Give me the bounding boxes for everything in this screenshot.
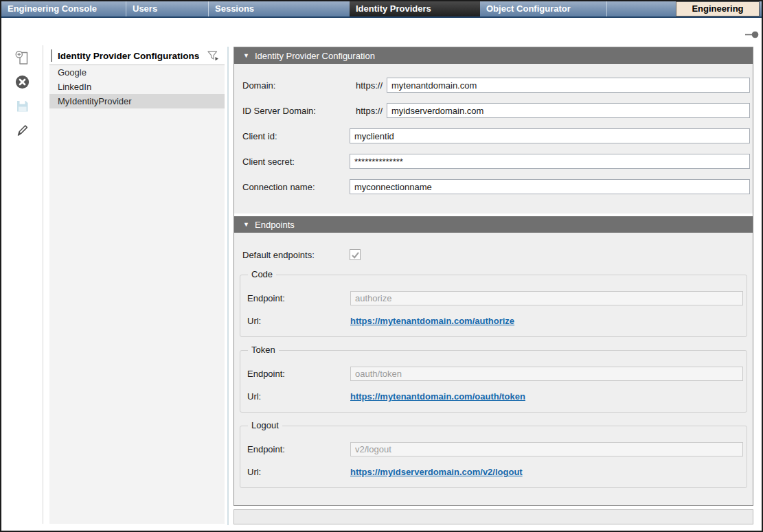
- collapse-triangle-icon[interactable]: ▼: [243, 221, 253, 228]
- toolbar-divider: [43, 45, 43, 524]
- code-endpoint-group: Code Endpoint: Url: https://mytenantdoma…: [240, 275, 747, 337]
- id-server-domain-row: ID Server Domain: https://: [242, 103, 750, 118]
- application-window: Engineering Console Users Sessions Ident…: [0, 0, 763, 532]
- domain-input[interactable]: [387, 78, 750, 93]
- save-floppy-icon: [14, 98, 30, 114]
- url-label: Url:: [247, 316, 350, 326]
- add-document-icon: [14, 50, 30, 66]
- filter-funnel-icon: [207, 50, 220, 62]
- url-label: Url:: [247, 467, 350, 477]
- tab-engineering[interactable]: Engineering: [676, 1, 760, 16]
- endpoint-label: Endpoint:: [247, 369, 350, 379]
- list-panel-header: Identity Provider Configurations: [49, 47, 225, 65]
- token-endpoint-row: Endpoint:: [247, 367, 743, 381]
- endpoint-label: Endpoint:: [247, 444, 350, 454]
- filter-button[interactable]: [207, 50, 220, 62]
- client-secret-row: Client secret:: [242, 154, 750, 169]
- code-url-link[interactable]: https://mytenantdomain.com/authorize: [350, 316, 514, 326]
- token-endpoint-group: Token Endpoint: Url: https://mytenantdom…: [240, 350, 747, 413]
- identity-provider-configuration-section-header[interactable]: ▼ Identity Provider Configuration: [234, 47, 753, 64]
- token-url-link[interactable]: https://mytenantdomain.com/oauth/token: [350, 391, 525, 402]
- domain-https-prefix: https://: [350, 80, 387, 91]
- configuration-form: Domain: https:// ID Server Domain: https…: [234, 64, 753, 213]
- logout-group-legend: Logout: [248, 420, 282, 430]
- client-id-row: Client id:: [242, 128, 750, 143]
- section-title: Identity Provider Configuration: [255, 51, 375, 61]
- token-group-legend: Token: [248, 345, 279, 355]
- endpoints-section-header[interactable]: ▼ Endpoints: [234, 216, 753, 233]
- tab-users[interactable]: Users: [126, 1, 208, 16]
- connection-name-label: Connection name:: [242, 182, 350, 192]
- code-endpoint-input: [350, 291, 743, 305]
- delete-configuration-button[interactable]: [14, 74, 30, 90]
- domain-label: Domain:: [242, 80, 350, 91]
- list-item-google[interactable]: Google: [49, 65, 225, 80]
- logout-endpoint-input: [350, 442, 743, 456]
- connection-name-input[interactable]: [350, 179, 750, 194]
- id-server-https-prefix: https://: [350, 106, 387, 116]
- section-title: Endpoints: [255, 220, 295, 230]
- logout-endpoint-row: Endpoint:: [247, 442, 743, 456]
- save-configuration-button[interactable]: [14, 98, 30, 114]
- logout-url-link[interactable]: https://myidserverdomain.com/v2/logout: [350, 467, 523, 477]
- status-footer: [234, 509, 753, 524]
- checkmark-icon: [351, 251, 360, 259]
- logout-endpoint-group: Logout Endpoint: Url: https://myidserver…: [240, 426, 747, 488]
- endpoint-label: Endpoint:: [247, 293, 350, 303]
- code-url-row: Url: https://mytenantdomain.com/authoriz…: [247, 314, 743, 328]
- url-label: Url:: [247, 391, 350, 402]
- client-secret-input[interactable]: [350, 154, 750, 169]
- top-tab-bar: Engineering Console Users Sessions Ident…: [1, 1, 762, 18]
- edit-pencil-icon: [14, 122, 30, 137]
- identity-provider-list-panel: Identity Provider Configurations Google …: [49, 47, 225, 524]
- tab-identity-providers[interactable]: Identity Providers: [350, 1, 480, 16]
- code-group-legend: Code: [248, 269, 276, 279]
- list-item-linkedin[interactable]: LinkedIn: [49, 80, 225, 94]
- panel-splitter[interactable]: [227, 47, 229, 525]
- logout-url-row: Url: https://myidserverdomain.com/v2/log…: [247, 465, 743, 479]
- client-id-label: Client id:: [242, 131, 350, 141]
- add-configuration-button[interactable]: [14, 50, 30, 66]
- tab-engineering-console[interactable]: Engineering Console: [1, 1, 126, 16]
- id-server-domain-input[interactable]: [387, 103, 750, 118]
- list-panel-title: Identity Provider Configurations: [58, 51, 199, 61]
- list-item-myidentityprovider[interactable]: MyIdentityProvider: [49, 94, 225, 108]
- connection-name-row: Connection name:: [242, 179, 750, 194]
- tab-object-configurator[interactable]: Object Configurator: [480, 1, 606, 16]
- client-secret-label: Client secret:: [242, 157, 350, 167]
- edit-configuration-button[interactable]: [14, 122, 30, 137]
- id-server-domain-label: ID Server Domain:: [242, 106, 350, 116]
- configuration-panel: ▼ Identity Provider Configuration Domain…: [234, 47, 753, 506]
- tab-sessions[interactable]: Sessions: [209, 1, 350, 16]
- code-endpoint-row: Endpoint:: [247, 291, 743, 305]
- domain-row: Domain: https://: [242, 78, 750, 93]
- tabbar-spacer: [607, 1, 676, 16]
- delete-x-circle-icon: [14, 74, 30, 90]
- token-endpoint-input: [350, 367, 743, 381]
- endpoints-form: Default endpoints: Code Endpoint: Url: h…: [234, 233, 753, 505]
- default-endpoints-label: Default endpoints:: [242, 250, 350, 260]
- panel-pin-icon[interactable]: [745, 29, 759, 36]
- header-accent-bar: [51, 49, 52, 62]
- default-endpoints-row: Default endpoints:: [242, 248, 750, 262]
- collapse-triangle-icon[interactable]: ▼: [243, 52, 253, 59]
- token-url-row: Url: https://mytenantdomain.com/oauth/to…: [247, 389, 743, 404]
- client-id-input[interactable]: [350, 128, 750, 143]
- default-endpoints-checkbox[interactable]: [350, 249, 361, 260]
